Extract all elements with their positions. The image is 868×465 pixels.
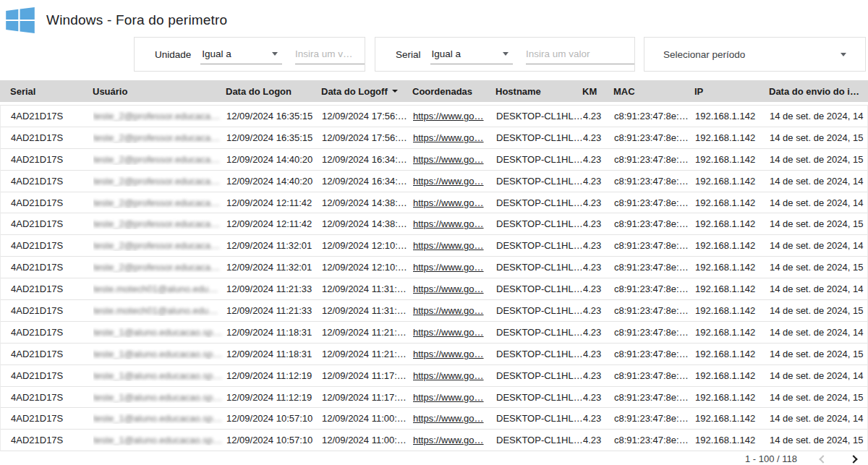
cell-envio: 14 de set. de 2024, 14 [770, 111, 868, 121]
windows-logo-icon [6, 7, 35, 33]
period-select[interactable]: Selecionar período [644, 37, 866, 72]
coordinates-link[interactable]: https://www.go… [413, 283, 484, 294]
coordinates-link[interactable]: https://www.go… [413, 435, 484, 445]
cell-km: 4.23 [583, 413, 614, 424]
serial-label: Serial [396, 49, 421, 60]
cell-ip: 192.168.1.142 [695, 305, 770, 316]
table-row: 4AD21D17Steste.motech01@aluno.edu…12/09/… [1, 278, 867, 300]
table-row: 4AD21D17Steste_1@aluno.educacao.sp…12/09… [1, 322, 867, 344]
cell-logon: 12/09/2024 11:32:01 [226, 262, 322, 273]
user-email-blurred: teste_2@professor.educaca… [93, 218, 220, 229]
coordinates-link[interactable]: https://www.go… [413, 392, 484, 403]
cell-ip: 192.168.1.142 [695, 176, 770, 187]
cell-ip: 192.168.1.142 [695, 327, 770, 338]
cell-envio: 14 de set. de 2024, 15 [770, 262, 868, 273]
coordinates-link[interactable]: https://www.go… [413, 305, 484, 316]
cell-coordenadas: https://www.go… [413, 111, 496, 121]
chevron-down-icon [272, 52, 278, 56]
cell-usuario: teste_2@professor.educaca… [93, 154, 226, 165]
column-header-usuario[interactable]: Usuário [93, 86, 226, 97]
cell-serial: 4AD21D17S [1, 111, 93, 121]
cell-km: 4.23 [583, 218, 614, 229]
coordinates-link[interactable]: https://www.go… [413, 349, 484, 359]
cell-mac: c8:91:23:47:8e:… [614, 305, 695, 316]
column-header-coordenadas[interactable]: Coordenadas [412, 86, 495, 97]
cell-serial: 4AD21D17S [1, 370, 93, 381]
column-header-km[interactable]: KM [582, 86, 613, 97]
coordinates-link[interactable]: https://www.go… [413, 327, 484, 338]
cell-logoff: 12/09/2024 11:17:… [322, 392, 413, 403]
cell-logoff: 12/09/2024 14:38:… [322, 197, 413, 208]
app-header: Windows - Fora do perimetro [0, 0, 868, 32]
coordinates-link[interactable]: https://www.go… [413, 262, 484, 273]
cell-ip: 192.168.1.142 [695, 262, 770, 273]
cell-envio: 14 de set. de 2024, 14 [770, 176, 868, 187]
cell-hostname: DESKTOP-CL1HL… [496, 370, 583, 381]
cell-envio: 14 de set. de 2024, 14 [770, 240, 868, 251]
cell-serial: 4AD21D17S [1, 262, 93, 273]
cell-logoff: 12/09/2024 12:10:… [322, 262, 413, 273]
serial-value-input[interactable] [526, 45, 634, 64]
coordinates-link[interactable]: https://www.go… [413, 154, 484, 165]
cell-usuario: teste.motech01@aluno.edu… [93, 283, 226, 294]
cell-usuario: teste_1@aluno.educacao.sp… [93, 392, 226, 403]
chevron-right-icon[interactable] [849, 455, 857, 463]
cell-mac: c8:91:23:47:8e:… [614, 349, 695, 359]
user-email-blurred: teste_1@aluno.educacao.sp… [93, 392, 222, 403]
coordinates-link[interactable]: https://www.go… [413, 197, 484, 208]
chevron-left-icon[interactable] [819, 455, 827, 463]
column-header-logon[interactable]: Data do Logon [226, 86, 321, 97]
table-row: 4AD21D17Steste_2@professor.educaca…12/09… [1, 192, 867, 214]
coordinates-link[interactable]: https://www.go… [413, 132, 484, 143]
cell-hostname: DESKTOP-CL1HL… [496, 197, 583, 208]
coordinates-link[interactable]: https://www.go… [413, 413, 484, 424]
coordinates-link[interactable]: https://www.go… [413, 370, 484, 381]
unidade-value-input[interactable] [295, 45, 365, 64]
cell-logon: 12/09/2024 16:35:15 [226, 111, 322, 121]
cell-hostname: DESKTOP-CL1HL… [496, 218, 583, 229]
cell-usuario: teste_2@professor.educaca… [93, 176, 226, 187]
user-email-blurred: teste_1@aluno.educacao.sp… [93, 413, 222, 424]
coordinates-link[interactable]: https://www.go… [413, 218, 484, 229]
column-header-envio[interactable]: Data do envio do i… [769, 86, 868, 97]
cell-km: 4.23 [583, 392, 614, 403]
cell-usuario: teste_2@professor.educaca… [93, 111, 226, 121]
table-row: 4AD21D17Steste_1@aluno.educacao.sp…12/09… [1, 408, 867, 430]
cell-serial: 4AD21D17S [1, 327, 93, 338]
cell-usuario: teste_2@professor.educaca… [93, 218, 226, 229]
cell-logoff: 12/09/2024 11:00:… [322, 435, 413, 445]
cell-serial: 4AD21D17S [1, 435, 93, 445]
cell-serial: 4AD21D17S [1, 132, 93, 143]
cell-mac: c8:91:23:47:8e:… [614, 111, 695, 121]
coordinates-link[interactable]: https://www.go… [413, 176, 484, 187]
cell-ip: 192.168.1.142 [695, 392, 770, 403]
column-header-mac[interactable]: MAC [613, 86, 694, 97]
cell-serial: 4AD21D17S [1, 349, 93, 359]
cell-ip: 192.168.1.142 [695, 111, 770, 121]
column-header-hostname[interactable]: Hostname [495, 86, 582, 97]
unidade-label: Unidade [155, 49, 191, 60]
cell-logon: 12/09/2024 11:18:31 [226, 327, 322, 338]
column-header-ip[interactable]: IP [694, 86, 769, 97]
filter-bar: Unidade Igual a Serial Igual a Seleciona… [0, 37, 868, 72]
user-email-blurred: teste_2@professor.educaca… [93, 262, 220, 273]
cell-serial: 4AD21D17S [1, 176, 93, 187]
cell-logoff: 12/09/2024 14:38:… [322, 218, 413, 229]
column-header-serial[interactable]: Serial [0, 86, 93, 97]
serial-operator-select[interactable]: Igual a [430, 45, 513, 64]
column-header-logoff[interactable]: Data do Logoff [321, 86, 412, 97]
cell-usuario: teste_2@professor.educaca… [93, 262, 226, 273]
cell-mac: c8:91:23:47:8e:… [614, 370, 695, 381]
cell-logon: 12/09/2024 10:57:10 [226, 435, 322, 445]
coordinates-link[interactable]: https://www.go… [413, 111, 484, 121]
cell-coordenadas: https://www.go… [413, 197, 496, 208]
coordinates-link[interactable]: https://www.go… [413, 240, 484, 251]
cell-logon: 12/09/2024 12:11:42 [226, 218, 322, 229]
cell-coordenadas: https://www.go… [413, 154, 496, 165]
cell-logoff: 12/09/2024 17:56:… [322, 132, 413, 143]
cell-km: 4.23 [583, 176, 614, 187]
unidade-operator-select[interactable]: Igual a [200, 45, 282, 64]
user-email-blurred: teste_1@aluno.educacao.sp… [93, 370, 222, 381]
cell-usuario: teste_1@aluno.educacao.sp… [93, 435, 226, 445]
cell-usuario: teste_1@aluno.educacao.sp… [93, 370, 226, 381]
